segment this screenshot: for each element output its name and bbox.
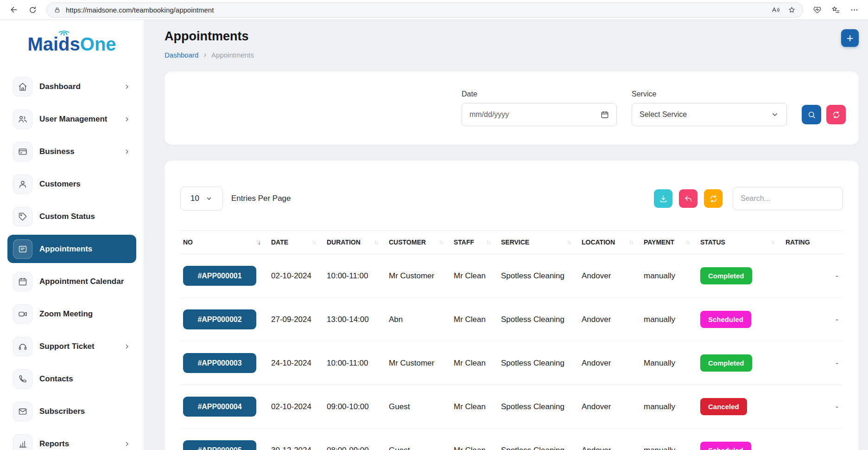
- column-header-date[interactable]: DATE↑↓: [268, 231, 324, 254]
- cell-location: Andover: [579, 254, 641, 298]
- home-icon: [13, 77, 32, 96]
- site-info-lock-icon[interactable]: [54, 6, 61, 13]
- cell-service: Spotless Cleaning: [498, 341, 579, 385]
- sidebar-item-reports[interactable]: Reports: [7, 430, 136, 450]
- sidebar-item-contacts[interactable]: Contacts: [7, 365, 136, 393]
- cell-service: Spotless Cleaning: [498, 385, 579, 429]
- cell-location: Andover: [579, 341, 641, 385]
- entries-per-page-select[interactable]: 10: [180, 186, 223, 211]
- headset-icon: [13, 337, 32, 356]
- cell-duration: 10:00-11:00: [324, 341, 386, 385]
- cell-staff: Mr Clean: [451, 385, 498, 429]
- sidebar-item-appointment-calendar[interactable]: Appointment Calendar: [7, 267, 136, 296]
- column-header-payment[interactable]: PAYMENT↑↓: [641, 231, 697, 254]
- appointment-id-badge[interactable]: #APP000004: [183, 397, 256, 417]
- appointment-id-badge[interactable]: #APP000003: [183, 353, 256, 373]
- chevron-right-icon: [123, 343, 131, 350]
- sidebar-item-appointments[interactable]: Appointments: [7, 235, 136, 263]
- refresh-icon[interactable]: [24, 2, 41, 18]
- cell-rating: -: [783, 429, 843, 450]
- cell-location: Andover: [579, 429, 641, 450]
- chevron-right-icon: [123, 148, 131, 155]
- cell-customer: Abn: [386, 298, 451, 341]
- search-button[interactable]: [802, 105, 821, 124]
- table-row[interactable]: #APP000002 27-09-2024 13:00-14:00 Abn Mr…: [180, 298, 843, 341]
- sort-icon: ↑↓: [374, 239, 383, 245]
- favorite-star-icon[interactable]: [788, 6, 796, 14]
- chevron-right-icon: [123, 83, 131, 90]
- cell-customer: Mr Customer: [386, 341, 451, 385]
- table-search-input[interactable]: [733, 187, 843, 210]
- column-header-duration[interactable]: DURATION↑↓: [324, 231, 386, 254]
- breadcrumb: Dashboard › Appointments: [165, 50, 254, 59]
- appointment-id-badge[interactable]: #APP000005: [183, 440, 256, 450]
- column-header-service[interactable]: SERVICE↑↓: [498, 231, 579, 254]
- cell-rating: -: [783, 298, 843, 341]
- brand-logo[interactable]: MaidsOne: [27, 34, 116, 55]
- back-icon[interactable]: [6, 2, 22, 18]
- sort-icon: ↑↓: [629, 239, 638, 245]
- url-text: https://maidsone.com/teambooking/appoint…: [66, 6, 766, 14]
- cell-rating: -: [783, 385, 843, 429]
- cell-date: 02-10-2024: [268, 254, 324, 298]
- table-row[interactable]: #APP000003 24-10-2024 10:00-11:00 Mr Cus…: [180, 341, 843, 385]
- cell-date: 02-10-2024: [268, 385, 324, 429]
- address-bar[interactable]: https://maidsone.com/teambooking/appoint…: [46, 2, 803, 18]
- appointment-id-badge[interactable]: #APP000001: [183, 266, 256, 286]
- read-aloud-icon[interactable]: [771, 6, 780, 14]
- status-badge: Completed: [700, 354, 752, 372]
- calendar-icon[interactable]: [601, 110, 609, 119]
- page-title: Appointments: [165, 29, 254, 44]
- settings-menu-icon[interactable]: [846, 2, 862, 18]
- sidebar-item-dashboard[interactable]: Dashboard: [7, 72, 136, 101]
- column-header-customer[interactable]: CUSTOMER↑↓: [386, 231, 451, 254]
- status-badge: Scheduled: [700, 442, 751, 450]
- column-header-status[interactable]: STATUS↑↓: [697, 231, 783, 254]
- filter-actions: [802, 105, 846, 124]
- export-download-button[interactable]: [654, 189, 672, 208]
- sidebar-item-user-management[interactable]: User Management: [7, 105, 136, 133]
- breadcrumb-dashboard-link[interactable]: Dashboard: [165, 51, 198, 59]
- sidebar-item-business[interactable]: Business: [7, 137, 136, 166]
- table-row[interactable]: #APP000005 30-12-2024 08:00-09:00 Guest …: [180, 429, 843, 450]
- user-icon: [13, 174, 32, 194]
- appointments-icon: [13, 239, 32, 259]
- cell-staff: Mr Clean: [451, 341, 498, 385]
- sort-icon: ↑↓: [685, 239, 695, 245]
- sidebar-item-support-ticket[interactable]: Support Ticket: [7, 332, 136, 360]
- sidebar-item-zoom-meeting[interactable]: Zoom Meeting: [7, 300, 136, 328]
- column-header-no[interactable]: NO↑↓: [180, 231, 268, 254]
- cell-service: Spotless Cleaning: [498, 429, 579, 450]
- cell-rating: -: [783, 341, 843, 385]
- column-header-location[interactable]: LOCATION↑↓: [579, 231, 641, 254]
- sort-icon: ↑↓: [312, 239, 321, 245]
- favorites-icon[interactable]: [827, 2, 844, 18]
- status-badge: Scheduled: [700, 311, 751, 328]
- calendar-icon: [13, 272, 32, 291]
- cell-staff: Mr Clean: [451, 298, 498, 341]
- service-select[interactable]: Select Service: [632, 103, 787, 126]
- date-input[interactable]: mm/dd/yyyy: [462, 103, 617, 126]
- cell-payment: manually: [641, 429, 697, 450]
- cell-staff: Mr Clean: [451, 429, 498, 450]
- add-appointment-button[interactable]: +: [841, 29, 859, 47]
- refresh-table-button[interactable]: [704, 189, 722, 208]
- sidebar-item-subscribers[interactable]: Subscribers: [7, 397, 136, 425]
- column-header-rating[interactable]: RATING: [783, 231, 843, 254]
- table-row[interactable]: #APP000004 02-10-2024 09:00-10:00 Guest …: [180, 385, 843, 429]
- appointment-id-badge[interactable]: #APP000002: [183, 309, 256, 329]
- appointments-table: NO↑↓ DATE↑↓ DURATION↑↓ CUSTOMER↑↓ STAFF↑…: [180, 230, 843, 450]
- users-icon: [13, 109, 32, 129]
- sidebar-item-custom-status[interactable]: Custom Status: [7, 202, 136, 231]
- logo-splash-icon: [58, 28, 70, 36]
- reset-filters-button[interactable]: [826, 105, 846, 124]
- column-header-staff[interactable]: STAFF↑↓: [451, 231, 498, 254]
- browser-essentials-icon[interactable]: [809, 2, 825, 18]
- table-row[interactable]: #APP000001 02-10-2024 10:00-11:00 Mr Cus…: [180, 254, 843, 298]
- undo-back-button[interactable]: [679, 189, 697, 208]
- date-field: Date mm/dd/yyyy: [462, 90, 617, 126]
- sidebar-item-customers[interactable]: Customers: [7, 170, 136, 198]
- cell-date: 27-09-2024: [268, 298, 324, 341]
- breadcrumb-current: Appointments: [211, 51, 254, 59]
- table-header-row: NO↑↓ DATE↑↓ DURATION↑↓ CUSTOMER↑↓ STAFF↑…: [180, 231, 843, 254]
